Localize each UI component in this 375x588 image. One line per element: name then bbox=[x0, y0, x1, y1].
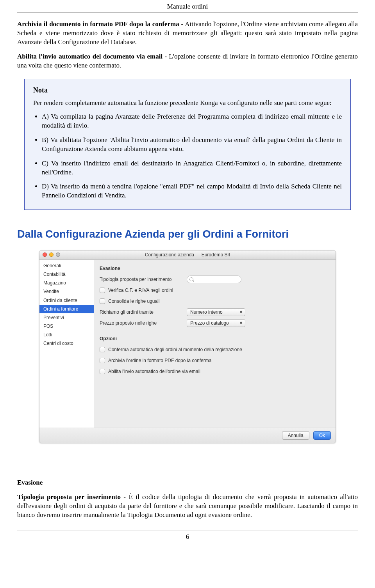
sidebar-list: Generali Contabilità Magazzino Vendite O… bbox=[39, 260, 94, 428]
maximize-icon[interactable] bbox=[56, 252, 60, 257]
sidebar-item-ordini-cliente[interactable]: Ordini da cliente bbox=[39, 296, 94, 305]
sidebar-item-magazzino[interactable]: Magazzino bbox=[39, 279, 94, 287]
note-item-b: B) Va abilitata l'opzione 'Abilita l'inv… bbox=[42, 136, 342, 154]
page-header-title: Manuale ordini bbox=[17, 0, 358, 12]
tipologia-bold: Tipologia proposta per inserimento bbox=[17, 493, 121, 501]
select-prezzo-value: Prezzo di catalogo bbox=[190, 320, 229, 326]
note-list: A) Va compilata la pagina Avanzate delle… bbox=[33, 112, 342, 201]
group-evasione: Evasione bbox=[100, 265, 330, 272]
cancel-button[interactable]: Annulla bbox=[282, 431, 309, 440]
sidebar-item-vendite[interactable]: Vendite bbox=[39, 287, 94, 296]
sidebar-item-centri-costo[interactable]: Centri di costo bbox=[39, 339, 94, 348]
group-opzioni: Opzioni bbox=[100, 336, 330, 342]
window-footer: Annulla Ok bbox=[39, 428, 336, 443]
chevron-updown-icon bbox=[238, 309, 244, 315]
paragraph-archivia: Archivia il documento in formato PDF dop… bbox=[17, 20, 358, 47]
chevron-updown-icon bbox=[238, 320, 244, 326]
row-tipologia: Tipologia proposta per inserimento bbox=[100, 275, 330, 284]
sidebar-item-ordini-fornitore[interactable]: Ordini a fornitore bbox=[39, 305, 94, 313]
label-conferma-auto: Conferma automatica degli ordini al mome… bbox=[108, 346, 242, 353]
row-opt-conferma: Conferma automatica degli ordini al mome… bbox=[100, 345, 330, 354]
note-callout: Nota Per rendere completamente automatic… bbox=[24, 79, 351, 210]
traffic-lights bbox=[43, 252, 60, 257]
section-heading: Dalla Configurazione Azienda per gli Ord… bbox=[17, 227, 358, 241]
minimize-icon[interactable] bbox=[49, 252, 54, 257]
page-number: 6 bbox=[17, 533, 358, 542]
ok-button[interactable]: Ok bbox=[313, 431, 331, 440]
sidebar-item-preventivi[interactable]: Preventivi bbox=[39, 313, 94, 322]
note-item-c: C) Va inserito l'indirizzo email del des… bbox=[42, 159, 342, 177]
row-richiamo: Richiamo gli ordini tramite Numero inter… bbox=[100, 307, 330, 317]
sidebar-item-pos[interactable]: POS bbox=[39, 322, 94, 330]
note-item-a: A) Va compilata la pagina Avanzate delle… bbox=[42, 112, 342, 130]
note-title: Nota bbox=[33, 85, 342, 95]
checkbox-archivia-pdf[interactable] bbox=[100, 358, 105, 363]
checkbox-verifica[interactable] bbox=[100, 288, 105, 293]
checkbox-invio-email[interactable] bbox=[100, 369, 105, 374]
main-panel: Evasione Tipologia proposta per inserime… bbox=[94, 260, 336, 428]
close-icon[interactable] bbox=[43, 252, 47, 257]
note-item-d: D) Va inserito da menù a tendina l'opzio… bbox=[42, 182, 342, 200]
select-prezzo[interactable]: Prezzo di catalogo bbox=[187, 319, 245, 327]
label-consolida: Consolida le righe uguali bbox=[108, 298, 159, 304]
sidebar-item-lotti[interactable]: Lotti bbox=[39, 330, 94, 339]
select-richiamo[interactable]: Numero interno bbox=[187, 308, 245, 316]
paragraph-abilita: Abilita l'invio automatico del documento… bbox=[17, 52, 358, 70]
sidebar-item-contabilita[interactable]: Contabilità bbox=[39, 270, 94, 279]
label-tipologia: Tipologia proposta per inserimento bbox=[100, 276, 184, 282]
evasione-bold: Evasione bbox=[17, 479, 43, 486]
row-prezzo: Prezzo proposto nelle righe Prezzo di ca… bbox=[100, 318, 330, 328]
config-window: Configurazione azienda — Eurodemo Srl Ge… bbox=[39, 250, 336, 443]
label-richiamo: Richiamo gli ordini tramite bbox=[100, 309, 184, 315]
archivia-bold: Archivia il documento in formato PDF dop… bbox=[17, 20, 179, 28]
abilita-bold: Abilita l'invio automatico del documento… bbox=[17, 53, 162, 60]
evasione-subtitle: Evasione bbox=[17, 478, 358, 487]
row-verifica: Verifica C.F. e P.IVA negli ordini bbox=[100, 286, 330, 295]
sidebar-item-generali[interactable]: Generali bbox=[39, 261, 94, 270]
row-consolida: Consolida le righe uguali bbox=[100, 297, 330, 306]
window-title: Configurazione azienda — Eurodemo Srl bbox=[145, 252, 230, 258]
tipologia-paragraph: Tipologia proposta per inserimento - È i… bbox=[17, 493, 358, 520]
input-tipologia[interactable] bbox=[187, 275, 241, 283]
select-richiamo-value: Numero interno bbox=[190, 309, 223, 315]
checkbox-consolida[interactable] bbox=[100, 298, 105, 304]
divider-top bbox=[17, 12, 358, 13]
note-intro: Per rendere completamente automatica la … bbox=[33, 99, 342, 108]
row-opt-archivia: Archivia l'ordine in formato PDF dopo la… bbox=[100, 356, 330, 365]
divider-bottom bbox=[17, 531, 358, 531]
label-invio-email: Abilita l'invio automatico dell'ordine v… bbox=[108, 368, 200, 375]
label-archivia-pdf: Archivia l'ordine in formato PDF dopo la… bbox=[108, 357, 211, 364]
label-prezzo: Prezzo proposto nelle righe bbox=[100, 320, 184, 326]
label-verifica: Verifica C.F. e P.IVA negli ordini bbox=[108, 287, 173, 293]
row-opt-invio: Abilita l'invio automatico dell'ordine v… bbox=[100, 367, 330, 376]
checkbox-conferma-auto[interactable] bbox=[100, 347, 105, 352]
window-titlebar: Configurazione azienda — Eurodemo Srl bbox=[39, 250, 336, 260]
